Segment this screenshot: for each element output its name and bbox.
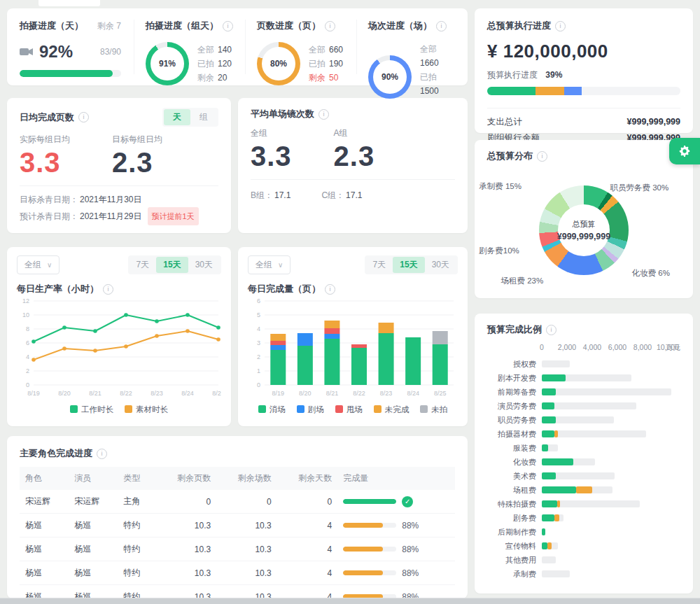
daily-pages-stats: 实际每组日均 3.3 目标每组日均 2.3 <box>20 134 218 178</box>
range-segmented-control[interactable]: 7天15天30天 <box>365 255 458 274</box>
svg-text:8/21: 8/21 <box>326 390 339 397</box>
kpi-shoot-days-block: 拍摄进度（天） 剩余 7 92% 83/90 <box>7 20 134 74</box>
stat-value: 660 <box>329 45 343 55</box>
info-icon[interactable]: i <box>436 21 447 31</box>
range-button[interactable]: 7天 <box>130 257 157 273</box>
chart-title-row: 每日完成量（页） i <box>248 283 458 295</box>
kpi-title: 拍摄进度（组天） <box>146 20 218 32</box>
info-icon[interactable]: i <box>555 21 566 31</box>
budget-spent-bar <box>542 500 557 507</box>
table-cell: 杨巡 <box>20 514 69 538</box>
date-value: 2021年11月29日 <box>80 209 142 224</box>
budget-progress-label: 预算执行进度 39% <box>487 69 680 81</box>
kpi-title-wrap: 场次进度（场）i <box>368 20 447 32</box>
info-icon[interactable]: i <box>318 109 329 120</box>
budget-bar-row: 剧务费 <box>487 511 680 525</box>
daily-output-chart-title: 每日完成量（页） <box>248 283 321 295</box>
kpi-stat-line: 全部660 <box>309 43 343 57</box>
legend-item: 工作时长 <box>70 405 113 415</box>
dashboard-page: 拍摄进度（天） 剩余 7 92% 83/90 拍摄进度（组天）i91%全部140… <box>0 0 700 598</box>
completion-progress-track <box>343 499 396 504</box>
budget-spent-bar <box>542 374 566 381</box>
kpi-head: 页数进度（页）i <box>257 20 345 32</box>
table-cell: 特约 <box>118 514 156 538</box>
avg-shots-stats: 全组 3.3 A组 2.3 <box>251 127 455 172</box>
range-button[interactable]: 7天 <box>366 257 393 273</box>
roles-table: 角色演员类型剩余页数剩余场数剩余天数完成量 宋运辉宋运辉主角000✓杨巡杨巡特约… <box>20 467 455 604</box>
info-icon[interactable]: i <box>78 112 89 122</box>
svg-text:4: 4 <box>257 325 260 332</box>
budget-bar-area <box>542 556 680 563</box>
shoot-days-ratio: 83/90 <box>100 47 121 57</box>
toggle-option-day[interactable]: 天 <box>164 109 190 125</box>
info-icon[interactable]: i <box>325 284 335 295</box>
info-icon[interactable]: i <box>537 151 547 162</box>
donut-center-title: 总预算 <box>573 219 596 230</box>
budget-spent-bar <box>542 472 556 479</box>
budget-total-bar <box>542 570 570 577</box>
stat-value: 120 <box>218 59 232 69</box>
completion-progress-fill <box>343 570 383 575</box>
avg-shots-footer: B组：17.1 C组：17.1 <box>251 190 455 202</box>
group-filter-dropdown[interactable]: 全组∨ <box>248 255 290 274</box>
svg-text:12: 12 <box>22 297 29 304</box>
budget-pie-header: 总预算分布 i <box>487 150 680 162</box>
range-button[interactable]: 30天 <box>188 257 220 273</box>
productivity-chart-card: 全组∨7天15天30天 每日生产率（小时） i 0246810128/198/2… <box>7 247 231 426</box>
budget-bar-area <box>542 486 680 493</box>
budget-over-bar <box>554 430 558 437</box>
range-button[interactable]: 15天 <box>393 257 424 273</box>
completion-percent: 88% <box>402 545 419 554</box>
kpi-pages-block: 页数进度（页）i80%全部660已拍190剩余50 <box>246 20 357 74</box>
budget-category-label: 化妆费 <box>487 457 542 468</box>
info-icon[interactable]: i <box>103 284 113 295</box>
stat-value: 2.3 <box>334 141 375 172</box>
range-segmented-control[interactable]: 7天15天30天 <box>128 255 221 274</box>
budget-total-bar <box>542 360 570 367</box>
stat-value: 140 <box>218 45 232 55</box>
kpi-stat-line: 已拍190 <box>309 57 343 71</box>
budget-spent-bar <box>542 402 554 409</box>
info-icon[interactable]: i <box>325 21 335 31</box>
chart-title-row: 每日生产率（小时） i <box>17 283 221 295</box>
info-icon[interactable]: i <box>546 325 556 335</box>
completion-progress-track <box>343 547 396 552</box>
group-filter-dropdown[interactable]: 全组∨ <box>17 255 59 274</box>
range-button[interactable]: 15天 <box>156 257 188 273</box>
table-column-header: 类型 <box>118 467 156 490</box>
budget-category-label: 宣传物料 <box>487 541 542 552</box>
budget-bar-row: 服装费 <box>487 441 680 455</box>
legend-item: 甩场 <box>335 405 363 415</box>
budget-bar-area <box>542 430 680 437</box>
budget-category-label: 特殊拍摄费 <box>487 499 542 510</box>
budget-pie-title: 总预算分布 <box>487 150 533 162</box>
svg-text:8: 8 <box>26 325 29 332</box>
settings-fab-button[interactable] <box>669 138 700 164</box>
kpi-stat-line: 全部1660 <box>420 42 456 70</box>
completion-progress: 88% <box>343 568 449 578</box>
completion-cell: 88% <box>337 538 455 561</box>
donut-callout-label: 剧务费10% <box>479 246 519 256</box>
progress-value: 39% <box>545 70 562 80</box>
budget-spent-bar <box>542 528 545 535</box>
info-icon[interactable]: i <box>97 449 107 459</box>
table-row: 杨巡杨巡特约10.310.3488% <box>20 538 455 561</box>
budget-bar-row: 拍摄器材费 <box>487 427 680 441</box>
camera-icon <box>20 47 34 57</box>
budget-category-label: 美术费 <box>487 471 542 482</box>
svg-text:2: 2 <box>26 367 29 374</box>
stat-value: 190 <box>329 59 343 69</box>
info-icon[interactable]: i <box>223 21 233 31</box>
toggle-option-group[interactable]: 组 <box>190 109 217 125</box>
budget-category-label: 剧务费 <box>487 513 542 524</box>
svg-text:5: 5 <box>257 311 260 318</box>
day-group-toggle[interactable]: 天 组 <box>162 108 218 127</box>
table-cell: 0 <box>216 490 277 514</box>
row-label: 支出总计 <box>487 114 522 130</box>
daily-output-chart-card: 全组∨7天15天30天 每日完成量（页） i 01234568/198/208/… <box>238 247 468 426</box>
kpi-head: 拍摄进度（组天）i <box>146 20 234 32</box>
stat-label: 目标每组日均 <box>112 134 162 146</box>
axis-tick-label: 2,000 <box>558 343 576 351</box>
range-button[interactable]: 30天 <box>425 257 456 273</box>
row-value: ¥999,999,999 <box>627 114 680 130</box>
